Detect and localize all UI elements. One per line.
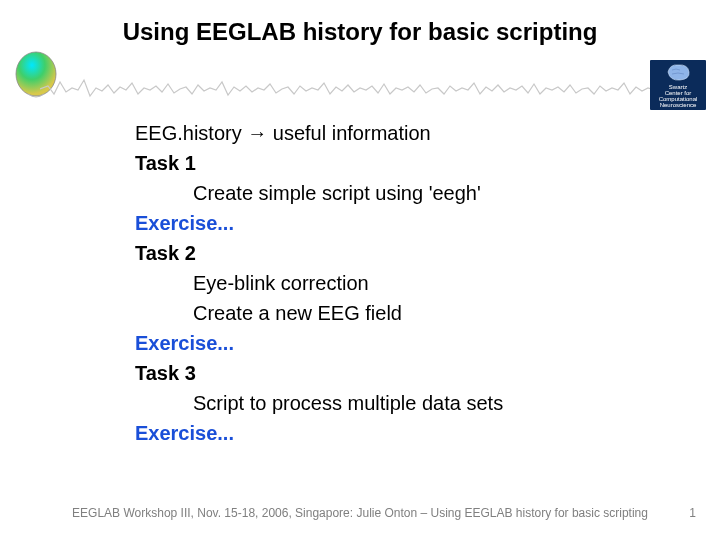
- sccn-logo: Swartz Center for Computational Neurosci…: [650, 60, 706, 110]
- exercise-3: Exercise...: [135, 418, 503, 448]
- slide-title: Using EEGLAB history for basic scripting: [0, 0, 720, 54]
- task1-label: Task 1: [135, 148, 503, 178]
- task1-line1: Create simple script using 'eegh': [135, 178, 503, 208]
- logo-text-4: Neuroscience: [660, 102, 697, 108]
- intro-line: EEG.history → useful information: [135, 118, 503, 148]
- eeg-waveform-icon: [40, 74, 660, 104]
- brain-icon: [664, 62, 692, 82]
- exercise-1: Exercise...: [135, 208, 503, 238]
- task2-label: Task 2: [135, 238, 503, 268]
- banner: Swartz Center for Computational Neurosci…: [0, 54, 720, 114]
- task2-line2: Create a new EEG field: [135, 298, 503, 328]
- task3-label: Task 3: [135, 358, 503, 388]
- content-block: EEG.history → useful information Task 1 …: [135, 118, 503, 448]
- exercise-2: Exercise...: [135, 328, 503, 358]
- task3-line1: Script to process multiple data sets: [135, 388, 503, 418]
- page-number: 1: [689, 506, 696, 520]
- task2-line1: Eye-blink correction: [135, 268, 503, 298]
- footer-text: EEGLAB Workshop III, Nov. 15-18, 2006, S…: [0, 506, 720, 520]
